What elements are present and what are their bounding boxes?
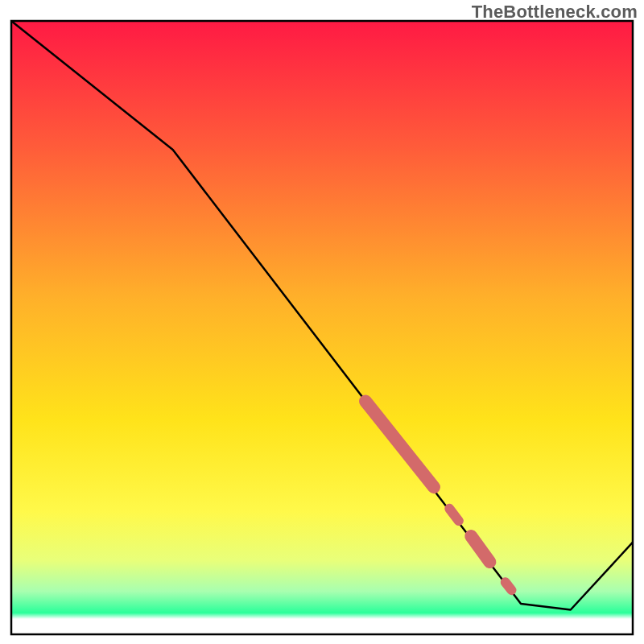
- bottleneck-chart: TheBottleneck.com: [0, 0, 644, 644]
- plot-background: [11, 21, 633, 634]
- highlight-segment: [506, 582, 512, 590]
- chart-svg: [0, 0, 644, 644]
- attribution-label: TheBottleneck.com: [472, 2, 638, 23]
